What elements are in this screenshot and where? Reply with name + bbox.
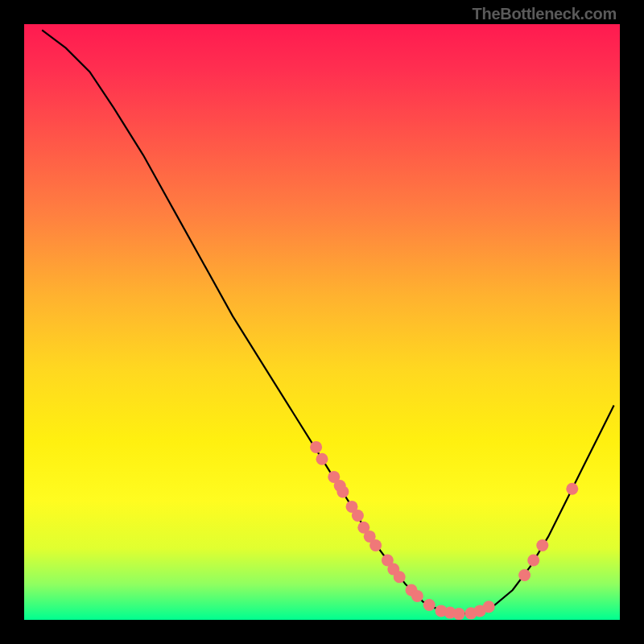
chart-container: TheBottleneck.com [0, 0, 644, 644]
data-marker [352, 510, 364, 522]
data-marker [411, 590, 423, 602]
data-marker [483, 601, 495, 613]
data-marker [394, 571, 406, 583]
data-marker [316, 453, 328, 465]
bottleneck-curve [42, 30, 613, 613]
data-marker [536, 539, 548, 551]
data-markers [310, 441, 578, 620]
data-marker [518, 569, 530, 581]
curve-path [42, 30, 613, 613]
data-marker [527, 555, 539, 567]
watermark-text: TheBottleneck.com [473, 5, 617, 23]
data-marker [310, 441, 322, 453]
data-marker [336, 485, 349, 497]
data-marker [423, 599, 436, 611]
data-marker [453, 608, 465, 620]
chart-svg [24, 24, 620, 620]
data-marker [566, 483, 578, 495]
data-marker [369, 539, 382, 551]
